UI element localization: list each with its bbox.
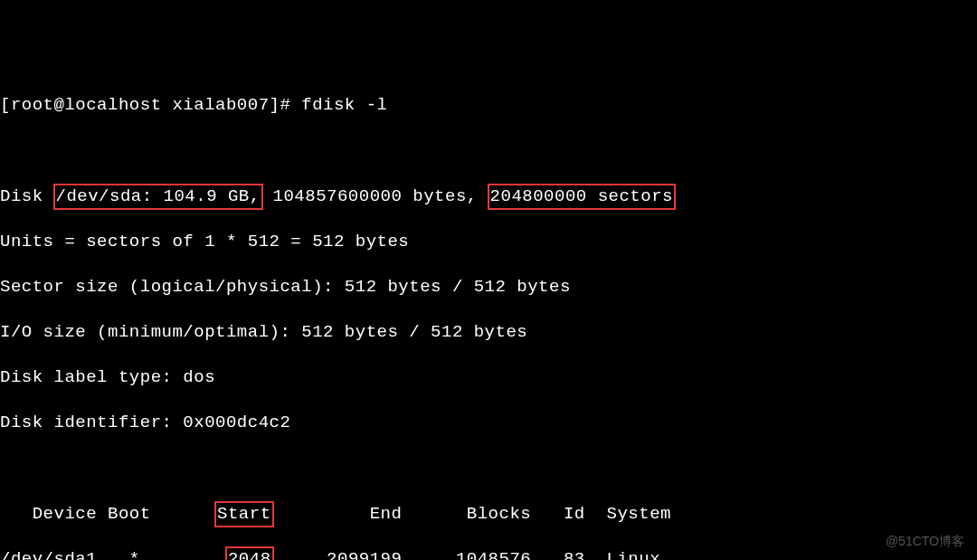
disk-sda-label-type: Disk label type: dos bbox=[0, 366, 977, 389]
blank-line bbox=[0, 139, 977, 162]
table-row: /dev/sda1 * 2048 2099199 1048576 83 Linu… bbox=[0, 548, 977, 560]
partition-header: Device Boot Start End Blocks Id System bbox=[0, 503, 977, 526]
prompt-line: [root@localhost xialab007]# fdisk -l bbox=[0, 94, 977, 117]
disk-sda-dev-size-highlight: /dev/sda: 104.9 GB, bbox=[53, 184, 263, 210]
row-rest: 2099199 1048576 83 Linux bbox=[273, 549, 660, 560]
disk-sda-bytes: 104857600000 bytes, bbox=[262, 186, 488, 206]
row-start-highlight: 2048 bbox=[225, 546, 274, 560]
prompt-text: [root@localhost xialab007]# bbox=[0, 95, 301, 115]
disk-sda-sector-size: Sector size (logical/physical): 512 byte… bbox=[0, 276, 977, 299]
disk-sda-identifier: Disk identifier: 0x000dc4c2 bbox=[0, 412, 977, 434]
watermark-text: @51CTO博客 bbox=[886, 533, 964, 549]
disk-prefix: Disk bbox=[0, 186, 54, 206]
disk-sda-sectors-highlight: 204800000 sectors bbox=[488, 184, 676, 210]
command-text: fdisk -l bbox=[301, 95, 387, 115]
disk-sda-io-size: I/O size (minimum/optimal): 512 bytes / … bbox=[0, 321, 977, 344]
header-rest: End Blocks Id System bbox=[273, 504, 671, 524]
header-prefix: Device Boot bbox=[0, 504, 215, 524]
row-prefix: /dev/sda1 * bbox=[0, 549, 226, 560]
header-start-highlight: Start bbox=[214, 501, 274, 527]
disk-sda-line: Disk /dev/sda: 104.9 GB, 104857600000 by… bbox=[0, 185, 977, 208]
disk-sda-units: Units = sectors of 1 * 512 = 512 bytes bbox=[0, 231, 977, 253]
blank-line bbox=[0, 458, 977, 480]
